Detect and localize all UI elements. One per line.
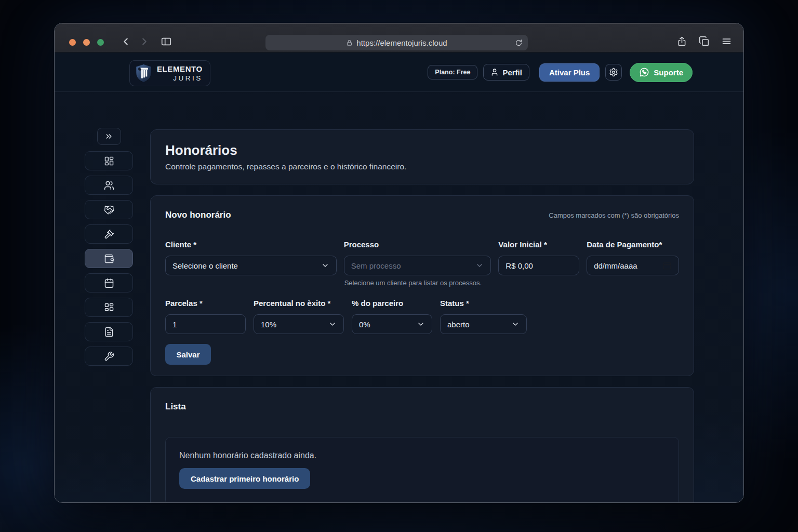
user-icon	[490, 68, 499, 76]
cliente-label: Cliente *	[165, 240, 337, 249]
valor-inicial-label: Valor Inicial *	[498, 240, 579, 249]
processo-select[interactable]: Sem processo	[344, 256, 491, 275]
sidebar-panel-icon	[161, 36, 172, 47]
toolbar-right-icons	[676, 36, 732, 47]
chevron-left-icon	[120, 36, 131, 47]
percentual-exito-value: 10%	[261, 320, 328, 329]
status-label: Status *	[440, 299, 527, 308]
agenda-calendar-icon	[104, 278, 114, 288]
status-value: aberto	[447, 320, 511, 329]
sidebar-item-ferramentas[interactable]	[85, 347, 133, 366]
chevron-down-icon	[321, 261, 329, 270]
list-title: Lista	[165, 402, 186, 411]
percentual-parceiro-value: 0%	[359, 320, 417, 329]
chevron-down-icon	[417, 320, 425, 328]
dashboard-grid-icon	[104, 156, 114, 166]
percentual-parceiro-select[interactable]: 0%	[352, 314, 432, 334]
lock-icon	[346, 39, 353, 46]
url-text: https://elementojuris.cloud	[356, 38, 447, 47]
profile-button[interactable]: Perfil	[483, 64, 529, 81]
processes-gavel-icon	[104, 229, 114, 240]
brand-line2: JURIS	[173, 74, 203, 82]
new-fee-form-panel: Novo honorário Campos marcados com (*) s…	[150, 195, 694, 376]
back-button[interactable]	[120, 36, 131, 47]
support-label: Suporte	[654, 68, 683, 77]
sidebar-item-documentos[interactable]	[85, 322, 133, 341]
page-subtitle: Controle pagamentos, repasses a parceiro…	[165, 162, 679, 171]
page-header-panel: Honorários Controle pagamentos, repasses…	[150, 129, 694, 184]
app-header: ELEMENTO JURIS Plano: Free Perfil Ativar…	[55, 52, 743, 92]
modules-grid-icon	[104, 302, 114, 313]
chevrons-right-icon	[104, 132, 113, 141]
parcelas-value[interactable]	[172, 320, 238, 329]
partners-handshake-icon	[104, 205, 114, 215]
sidebar-item-processos[interactable]	[85, 224, 133, 244]
sidebar-item-honorarios[interactable]	[85, 249, 133, 268]
forward-button[interactable]	[139, 36, 150, 47]
main-content: Honorários Controle pagamentos, repasses…	[150, 129, 694, 503]
clients-users-icon	[104, 180, 114, 191]
data-pagamento-input[interactable]: dd/mm/aaaa	[587, 256, 679, 275]
menu-icon[interactable]	[721, 36, 732, 47]
fees-list-panel: Lista Nenhum honorário cadastrado ainda.…	[150, 387, 694, 503]
share-icon[interactable]	[676, 36, 687, 47]
empty-state-text: Nenhum honorário cadastrado ainda.	[179, 451, 665, 460]
percentual-parceiro-label: % do parceiro	[352, 299, 432, 308]
browser-window: https://elementojuris.cloud	[54, 23, 744, 503]
brand-text: ELEMENTO JURIS	[157, 64, 203, 82]
chevron-down-icon	[475, 261, 484, 270]
valor-inicial-input[interactable]	[498, 256, 579, 275]
processo-helper-text: Selecione um cliente para listar os proc…	[344, 279, 482, 287]
gear-icon	[609, 68, 618, 77]
window-minimize-button[interactable]	[83, 39, 90, 46]
cliente-select[interactable]: Selecione o cliente	[165, 256, 337, 275]
activate-plus-button[interactable]: Ativar Plus	[539, 63, 600, 82]
window-controls	[69, 39, 104, 46]
cliente-selected-value: Selecione o cliente	[172, 261, 321, 270]
whatsapp-icon	[639, 67, 649, 77]
parcelas-input[interactable]	[165, 314, 246, 334]
sidebar-item-modulos[interactable]	[85, 298, 133, 317]
sidebar-item-parceiros[interactable]	[85, 200, 133, 219]
settings-button[interactable]	[605, 64, 622, 81]
brand-line1: ELEMENTO	[157, 64, 203, 73]
empty-state-card: Nenhum honorário cadastrado ainda. Cadas…	[165, 437, 679, 503]
address-bar[interactable]: https://elementojuris.cloud	[265, 35, 528, 50]
fees-wallet-icon	[104, 254, 114, 264]
header-actions: Plano: Free Perfil Ativar Plus Suporte	[428, 52, 693, 92]
chevron-down-icon	[328, 320, 337, 328]
sidebar-item-agenda[interactable]	[85, 273, 133, 292]
parcelas-label: Parcelas *	[165, 299, 246, 308]
create-first-fee-button[interactable]: Cadastrar primeiro honorário	[179, 468, 310, 489]
percentual-exito-select[interactable]: 10%	[254, 314, 344, 334]
save-button[interactable]: Salvar	[165, 344, 211, 365]
form-title: Novo honorário	[165, 210, 231, 220]
sidebar-item-dashboard[interactable]	[85, 151, 133, 170]
sidebar-toggle-button[interactable]	[161, 36, 172, 47]
calendar-icon[interactable]	[662, 261, 672, 270]
sidebar-expand-button[interactable]	[97, 128, 121, 145]
browser-toolbar: https://elementojuris.cloud	[55, 23, 743, 52]
valor-inicial-value[interactable]	[506, 261, 572, 270]
documents-file-icon	[104, 327, 114, 337]
support-button[interactable]: Suporte	[630, 63, 693, 82]
app-page: ELEMENTO JURIS Plano: Free Perfil Ativar…	[55, 52, 743, 502]
status-select[interactable]: aberto	[440, 314, 527, 334]
tools-wrench-icon	[104, 351, 114, 362]
brand-shield-icon	[135, 63, 152, 83]
sidebar-item-clientes[interactable]	[85, 176, 133, 195]
chevron-down-icon	[511, 320, 520, 328]
window-zoom-button[interactable]	[97, 39, 104, 46]
chevron-right-icon	[139, 36, 150, 47]
tabs-overview-icon[interactable]	[699, 36, 710, 47]
app-logo: ELEMENTO JURIS	[129, 60, 210, 86]
processo-selected-value: Sem processo	[351, 261, 476, 270]
plan-badge: Plano: Free	[428, 65, 477, 79]
processo-label: Processo	[344, 240, 491, 249]
required-fields-note: Campos marcados com (*) são obrigatórios	[549, 211, 679, 219]
profile-label: Perfil	[502, 68, 522, 77]
window-close-button[interactable]	[69, 39, 76, 46]
data-pagamento-label: Data de Pagamento*	[587, 240, 679, 249]
reload-icon[interactable]	[515, 39, 523, 47]
sidebar-nav	[85, 128, 133, 371]
